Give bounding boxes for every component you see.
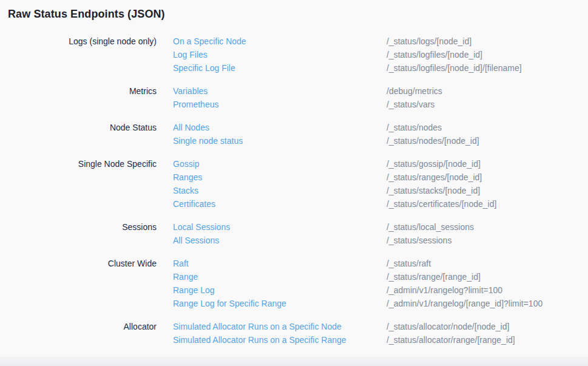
category-label: Logs (single node only) — [8, 35, 157, 48]
endpoint-path: /_status/allocator/node/[node_id] — [387, 320, 509, 333]
endpoint-path: /_status/local_sessions — [387, 220, 474, 234]
endpoint-link[interactable]: Ranges — [173, 171, 387, 184]
endpoint-path: /_status/logs/[node_id] — [387, 35, 471, 48]
endpoint-path: /_status/nodes — [387, 121, 442, 134]
endpoint-path: /_status/ranges/[node_id] — [387, 171, 482, 184]
endpoint-row: Specific Log File/_status/logfiles/[node… — [173, 61, 522, 75]
endpoint-path: /_admin/v1/rangelog/[range_id]?limit=100 — [387, 297, 542, 310]
endpoint-group: AllocatorSimulated Allocator Runs on a S… — [8, 320, 580, 347]
endpoint-row: Simulated Allocator Runs on a Specific N… — [173, 320, 515, 333]
endpoint-link[interactable]: Prometheus — [173, 98, 387, 111]
endpoint-group: Single Node SpecificGossip/_status/gossi… — [8, 157, 580, 211]
endpoint-row: Variables/debug/metrics — [173, 84, 442, 98]
endpoint-path: /debug/metrics — [387, 84, 442, 98]
endpoint-link[interactable]: Log Files — [173, 48, 387, 61]
endpoint-path: /_status/vars — [387, 98, 434, 111]
footer-strip — [0, 357, 588, 366]
endpoint-row: All Nodes/_status/nodes — [173, 121, 479, 134]
category-label: Node Status — [8, 121, 157, 134]
page-title: Raw Status Endpoints (JSON) — [8, 7, 580, 21]
endpoint-rows: Raft/_status/raftRange/_status/range/[ra… — [173, 257, 542, 310]
endpoint-group: MetricsVariables/debug/metricsPrometheus… — [8, 84, 580, 111]
endpoint-link[interactable]: Local Sessions — [173, 220, 387, 234]
endpoint-row: Ranges/_status/ranges/[node_id] — [173, 171, 496, 184]
endpoint-path: /_status/gossip/[node_id] — [387, 157, 481, 171]
endpoint-row: All Sessions/_status/sessions — [173, 234, 474, 247]
endpoint-rows: Variables/debug/metricsPrometheus/_statu… — [173, 84, 442, 111]
endpoint-path: /_status/logfiles/[node_id]/[filename] — [387, 61, 522, 75]
category-label: Sessions — [8, 220, 157, 234]
category-label: Single Node Specific — [8, 157, 157, 171]
page-body: { "page": { "title": "Raw Status Endpoin… — [0, 0, 588, 366]
category-label: Metrics — [8, 84, 157, 98]
endpoint-link[interactable]: Range Log for Specific Range — [173, 297, 387, 310]
endpoint-link[interactable]: All Sessions — [173, 234, 387, 247]
endpoint-row: Gossip/_status/gossip/[node_id] — [173, 157, 496, 171]
endpoint-row: Single node status/_status/nodes/[node_i… — [173, 134, 479, 147]
endpoint-path: /_status/range/[range_id] — [387, 270, 481, 283]
endpoint-group: Cluster WideRaft/_status/raftRange/_stat… — [8, 257, 580, 310]
endpoint-row: Simulated Allocator Runs on a Specific R… — [173, 333, 515, 347]
endpoint-rows: Local Sessions/_status/local_sessionsAll… — [173, 220, 474, 247]
endpoint-row: Range Log for Specific Range/_admin/v1/r… — [173, 297, 542, 310]
endpoint-row: Local Sessions/_status/local_sessions — [173, 220, 474, 234]
endpoint-rows: All Nodes/_status/nodesSingle node statu… — [173, 121, 479, 147]
endpoint-link[interactable]: Range — [173, 270, 387, 283]
endpoint-path: /_status/raft — [387, 257, 431, 270]
endpoint-row: Prometheus/_status/vars — [173, 98, 442, 111]
endpoint-path: /_admin/v1/rangelog?limit=100 — [387, 283, 502, 297]
endpoint-link[interactable]: All Nodes — [173, 121, 387, 134]
endpoint-row: Certificates/_status/certificates/[node_… — [173, 197, 496, 211]
endpoint-path: /_status/nodes/[node_id] — [387, 134, 479, 147]
endpoint-row: Range Log/_admin/v1/rangelog?limit=100 — [173, 283, 542, 297]
endpoint-group: Logs (single node only)On a Specific Nod… — [8, 35, 580, 75]
endpoint-rows: Gossip/_status/gossip/[node_id]Ranges/_s… — [173, 157, 496, 211]
endpoint-row: Raft/_status/raft — [173, 257, 542, 270]
endpoint-path: /_status/sessions — [387, 234, 451, 247]
endpoint-link[interactable]: Range Log — [173, 283, 387, 297]
endpoint-group: SessionsLocal Sessions/_status/local_ses… — [8, 220, 580, 247]
endpoint-link[interactable]: Raft — [173, 257, 387, 270]
raw-status-endpoints-page: Raw Status Endpoints (JSON) Logs (single… — [0, 0, 588, 347]
endpoint-row: Log Files/_status/logfiles/[node_id] — [173, 48, 522, 61]
endpoint-link[interactable]: Simulated Allocator Runs on a Specific N… — [173, 320, 387, 333]
category-label: Cluster Wide — [8, 257, 157, 270]
endpoint-group: Node StatusAll Nodes/_status/nodesSingle… — [8, 121, 580, 147]
endpoint-row: Range/_status/range/[range_id] — [173, 270, 542, 283]
endpoint-link[interactable]: Simulated Allocator Runs on a Specific R… — [173, 333, 387, 347]
endpoint-row: On a Specific Node/_status/logs/[node_id… — [173, 35, 522, 48]
endpoint-link[interactable]: Specific Log File — [173, 61, 387, 75]
endpoint-rows: Simulated Allocator Runs on a Specific N… — [173, 320, 515, 347]
endpoint-rows: On a Specific Node/_status/logs/[node_id… — [173, 35, 522, 75]
endpoint-path: /_status/stacks/[node_id] — [387, 184, 480, 197]
endpoint-link[interactable]: Gossip — [173, 157, 387, 171]
category-label: Allocator — [8, 320, 157, 333]
endpoint-path: /_status/certificates/[node_id] — [387, 197, 496, 211]
endpoint-path: /_status/logfiles/[node_id] — [387, 48, 482, 61]
endpoint-link[interactable]: Stacks — [173, 184, 387, 197]
endpoint-link[interactable]: On a Specific Node — [173, 35, 387, 48]
endpoint-link[interactable]: Variables — [173, 84, 387, 98]
endpoint-path: /_status/allocator/range/[range_id] — [387, 333, 515, 347]
endpoint-link[interactable]: Single node status — [173, 134, 387, 147]
endpoint-row: Stacks/_status/stacks/[node_id] — [173, 184, 496, 197]
endpoints-list: Logs (single node only)On a Specific Nod… — [8, 35, 580, 347]
endpoint-link[interactable]: Certificates — [173, 197, 387, 211]
